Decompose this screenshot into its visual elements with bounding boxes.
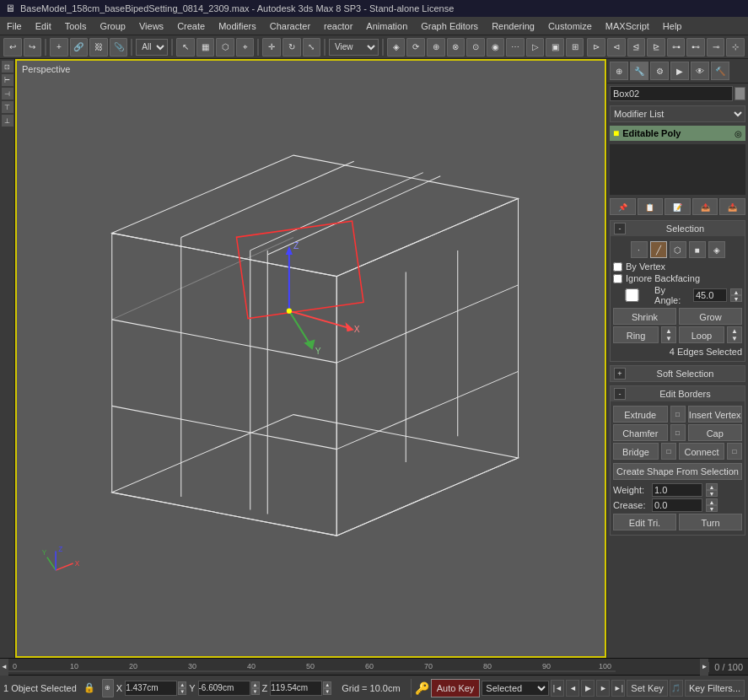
edge-icon[interactable]: ╱ <box>650 241 667 258</box>
rp-display-icon[interactable]: 👁 <box>691 62 709 80</box>
modifier-list-select[interactable]: Modifier List <box>610 105 745 122</box>
bridge-button[interactable]: Bridge <box>613 443 659 460</box>
tool1-btn[interactable]: ◈ <box>387 38 406 57</box>
key-icon[interactable]: 🔑 <box>415 681 429 695</box>
menu-views[interactable]: Views <box>132 19 170 33</box>
chamfer-button[interactable]: Chamfer <box>613 424 668 441</box>
crease-input[interactable] <box>652 498 702 512</box>
modifier-item-editable-poly[interactable]: ■ Editable Poly ◎ <box>610 126 745 141</box>
weight-up-btn[interactable]: ▲ <box>706 483 718 490</box>
vertex-icon[interactable]: · <box>631 241 648 258</box>
rotate-btn[interactable]: ↻ <box>283 38 301 57</box>
left-icon-1[interactable]: ⊡ <box>2 61 13 73</box>
tool6-btn[interactable]: ◉ <box>487 38 505 57</box>
extra3-btn[interactable]: ⊴ <box>627 38 646 57</box>
x-input[interactable] <box>125 681 177 696</box>
select-arrow-btn[interactable]: ↖ <box>176 38 195 57</box>
object-color-swatch[interactable] <box>735 87 745 100</box>
ignore-backfacing-checkbox[interactable] <box>613 274 622 283</box>
mode-select[interactable]: All <box>136 39 168 56</box>
menu-customize[interactable]: Customize <box>541 19 599 33</box>
stack-btn-3[interactable]: 📝 <box>665 198 691 215</box>
create-shape-button[interactable]: Create Shape From Selection <box>613 463 742 480</box>
menu-edit[interactable]: Edit <box>29 19 58 33</box>
border-icon[interactable]: ⬡ <box>670 241 686 258</box>
cap-button[interactable]: Cap <box>688 424 743 441</box>
tool7-btn[interactable]: ⋯ <box>506 38 525 57</box>
go-start-btn[interactable]: |◄ <box>551 680 564 697</box>
z-up-btn[interactable]: ▲ <box>323 681 331 688</box>
play-btn[interactable]: ▶ <box>581 680 595 697</box>
menu-create[interactable]: Create <box>170 19 212 33</box>
extra4-btn[interactable]: ⊵ <box>647 38 665 57</box>
redo-button[interactable]: ↪ <box>24 38 42 57</box>
extra1-btn[interactable]: ⊳ <box>587 38 605 57</box>
modifier-options-icon[interactable]: ◎ <box>735 129 742 138</box>
y-up-btn[interactable]: ▲ <box>251 681 260 688</box>
element-icon[interactable]: ◈ <box>708 241 725 258</box>
key-mode-btn[interactable]: 🎵 <box>670 680 683 697</box>
loop-button[interactable]: Loop <box>679 326 724 343</box>
ring-spinner-up[interactable]: ▲▼ <box>661 326 676 343</box>
connect-settings-btn[interactable]: □ <box>727 443 742 460</box>
left-icon-3[interactable]: ⊣ <box>2 88 13 100</box>
y-input[interactable] <box>198 681 250 696</box>
extra8-btn[interactable]: ⊹ <box>726 38 745 57</box>
ring-button[interactable]: Ring <box>613 326 659 343</box>
menu-reactor[interactable]: reactor <box>317 19 359 33</box>
tool10-btn[interactable]: ⊞ <box>566 38 584 57</box>
x-down-btn[interactable]: ▼ <box>178 688 186 695</box>
bridge-settings-btn[interactable]: □ <box>661 443 676 460</box>
select-lasso-btn[interactable]: ⌖ <box>236 38 255 57</box>
link-btn[interactable]: 🔗 <box>70 38 89 57</box>
chamfer-settings-btn[interactable]: □ <box>670 424 686 441</box>
selection-collapse-btn[interactable]: - <box>614 223 626 234</box>
go-end-btn[interactable]: ►| <box>611 680 625 697</box>
select-region-btn[interactable]: ▦ <box>196 38 215 57</box>
menu-graph-editors[interactable]: Graph Editors <box>414 19 485 33</box>
by-angle-down[interactable]: ▼ <box>730 295 742 302</box>
rp-hierarchy-icon[interactable]: ⚙ <box>650 62 669 80</box>
viewport[interactable]: Perspective <box>15 59 606 658</box>
weight-down-btn[interactable]: ▼ <box>706 490 718 497</box>
crease-up-btn[interactable]: ▲ <box>706 498 718 505</box>
timeline-right-btn[interactable]: ► <box>700 659 708 676</box>
edit-borders-header[interactable]: - Edit Borders <box>611 386 745 401</box>
connect-button[interactable]: Connect <box>679 443 724 460</box>
menu-maxscript[interactable]: MAXScript <box>599 19 656 33</box>
by-angle-up[interactable]: ▲ <box>730 288 742 295</box>
left-icon-5[interactable]: ⊥ <box>2 115 13 127</box>
z-input[interactable] <box>270 681 322 696</box>
select-fence-btn[interactable]: ⬡ <box>216 38 234 57</box>
menu-file[interactable]: File <box>0 19 29 33</box>
menu-tools[interactable]: Tools <box>58 19 94 33</box>
tool4-btn[interactable]: ⊗ <box>447 38 465 57</box>
y-down-btn[interactable]: ▼ <box>251 688 260 695</box>
object-name-input[interactable] <box>610 86 733 101</box>
extra5-btn[interactable]: ⊶ <box>667 38 686 57</box>
menu-modifiers[interactable]: Modifiers <box>212 19 263 33</box>
edit-borders-collapse-btn[interactable]: - <box>614 388 626 400</box>
tool5-btn[interactable]: ⊙ <box>466 38 485 57</box>
bind-btn[interactable]: 📎 <box>110 38 128 57</box>
extrude-settings-btn[interactable]: □ <box>670 406 686 423</box>
rp-create-icon[interactable]: ⊕ <box>610 62 628 80</box>
poly-icon[interactable]: ■ <box>689 241 706 258</box>
extrude-button[interactable]: Extrude <box>613 406 668 423</box>
by-angle-input[interactable] <box>693 288 727 302</box>
lock-icon[interactable]: 🔒 <box>83 682 95 693</box>
undo-button[interactable]: ↩ <box>3 38 22 57</box>
extra2-btn[interactable]: ⊲ <box>607 38 626 57</box>
menu-rendering[interactable]: Rendering <box>485 19 541 33</box>
menu-animation[interactable]: Animation <box>359 19 414 33</box>
tool3-btn[interactable]: ⊕ <box>427 38 445 57</box>
extra7-btn[interactable]: ⊸ <box>707 38 725 57</box>
edit-tri-button[interactable]: Edit Tri. <box>613 514 676 530</box>
timeline-track[interactable]: 0 10 20 30 40 50 60 70 80 90 100 <box>8 659 700 675</box>
stack-btn-1[interactable]: 📌 <box>610 198 636 215</box>
select-btn[interactable]: + <box>50 38 68 57</box>
rp-motion-icon[interactable]: ▶ <box>670 62 689 80</box>
rp-modify-icon[interactable]: 🔧 <box>630 62 648 80</box>
key-filters-button[interactable]: Key Filters... <box>685 680 745 697</box>
weight-input[interactable] <box>652 483 702 497</box>
